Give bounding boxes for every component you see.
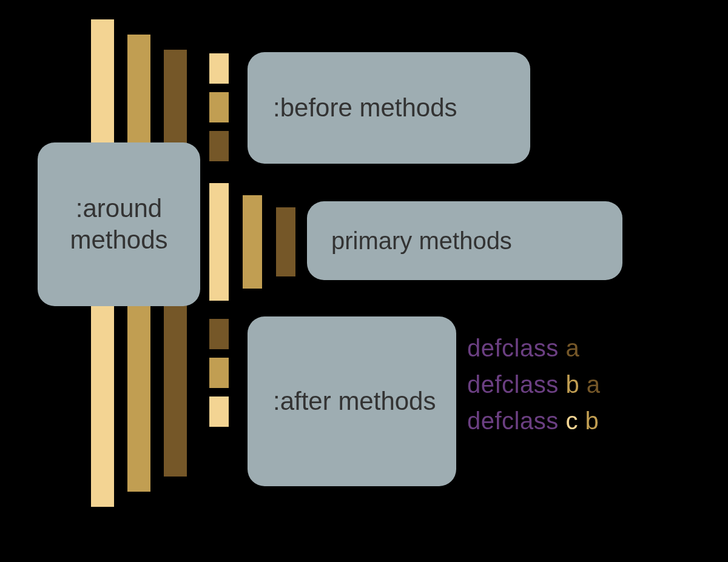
legend-kw-2: defclass <box>467 371 559 398</box>
primary-bar-c <box>209 182 229 301</box>
before-label: :before methods <box>273 92 457 124</box>
after-bar-b <box>209 356 229 388</box>
legend-class-a: a <box>565 335 579 361</box>
around-label-box: :around methods <box>38 142 200 306</box>
primary-label-box: primary methods <box>307 201 622 280</box>
after-label-box: :after methods <box>248 316 456 486</box>
after-label: :after methods <box>273 386 436 418</box>
primary-bar-b <box>243 194 262 289</box>
before-bar-b <box>209 91 229 122</box>
primary-label: primary methods <box>331 226 512 256</box>
legend-line-1: defclass a <box>467 335 579 362</box>
legend-parent-3: b <box>585 407 599 434</box>
legend-parent-2: a <box>587 371 601 398</box>
after-bar-a <box>209 318 229 349</box>
legend-line-3: defclass c b <box>467 407 599 435</box>
before-bar-a <box>209 130 229 161</box>
before-label-box: :before methods <box>248 52 530 164</box>
legend-class-b: b <box>565 371 579 398</box>
around-label: :around methods <box>53 193 184 256</box>
primary-bar-a <box>276 206 295 276</box>
legend-kw-1: defclass <box>467 335 559 361</box>
legend-class-c: c <box>565 407 578 434</box>
legend-line-2: defclass b a <box>467 371 601 398</box>
legend-kw-3: defclass <box>467 407 559 434</box>
before-bar-c <box>209 52 229 84</box>
after-bar-c <box>209 395 229 427</box>
